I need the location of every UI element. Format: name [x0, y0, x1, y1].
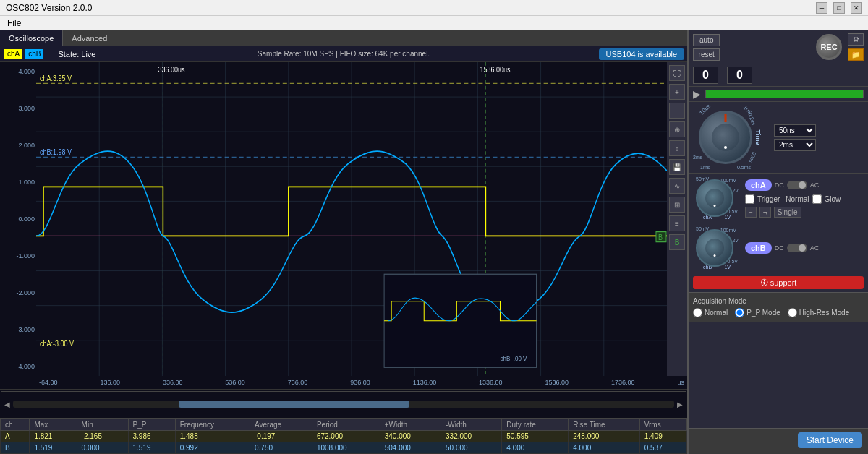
- start-device-button[interactable]: Start Device: [798, 432, 862, 448]
- zoom-out-button[interactable]: −: [669, 103, 685, 119]
- cell-wneg-a: 332.000: [441, 431, 502, 442]
- settings-button[interactable]: ⚙: [848, 33, 864, 46]
- trig-falling-button[interactable]: ¬: [760, 207, 771, 218]
- acq-pp-radio[interactable]: [735, 308, 744, 317]
- svg-text:chA:-3.00 V: chA:-3.00 V: [40, 339, 74, 348]
- y-label: 2.000: [18, 142, 35, 149]
- cell-wpos-a: 340.000: [380, 431, 441, 442]
- reset-button[interactable]: reset: [693, 48, 720, 61]
- save-button[interactable]: 💾: [669, 159, 685, 175]
- time-dropdown-2[interactable]: 2ms: [774, 139, 816, 151]
- cursor-v-button[interactable]: ↕: [669, 140, 685, 156]
- ch-a-coupling-toggle[interactable]: [787, 181, 807, 189]
- col-ch: ch: [1, 419, 30, 431]
- cell-avg-b: 0.750: [250, 442, 312, 454]
- state-text: State: Live: [58, 50, 95, 59]
- cell-max-a: 1.821: [30, 431, 77, 442]
- y-label: -1.000: [16, 252, 35, 260]
- b-marker-button[interactable]: B: [669, 234, 685, 250]
- col-rise: Rise Time: [569, 419, 640, 431]
- y-label: -3.000: [16, 326, 35, 333]
- svg-text:1536.00us: 1536.00us: [480, 65, 510, 74]
- scroll-track[interactable]: [13, 401, 674, 408]
- col-avg: Average: [250, 419, 312, 431]
- ch-a-ac-label: AC: [810, 181, 820, 189]
- meas-display-a: 0: [693, 67, 718, 84]
- trig-rising-button[interactable]: ⌐: [745, 207, 757, 218]
- auto-button[interactable]: auto: [693, 34, 720, 46]
- glow-checkbox[interactable]: [812, 194, 822, 204]
- x-label: 136.00: [100, 379, 120, 386]
- folder-button[interactable]: 📁: [848, 48, 864, 61]
- tab-oscilloscope[interactable]: Oscilloscope: [0, 30, 63, 46]
- scroll-thumb[interactable]: [179, 401, 410, 408]
- trigger-checkbox[interactable]: [745, 194, 754, 204]
- cell-period-b: 1008.000: [312, 442, 380, 454]
- acq-normal[interactable]: Normal: [693, 308, 728, 317]
- tab-bar: Oscilloscope Advanced: [0, 30, 687, 46]
- cell-period-a: 672.000: [312, 431, 380, 442]
- ch-b-dc-label: DC: [775, 244, 784, 252]
- y-label: 4.000: [18, 68, 35, 75]
- table-row: B 1.519 0.000 1.519 0.992 0.750 1008.000…: [1, 442, 687, 454]
- file-menu[interactable]: File: [3, 18, 25, 28]
- time-knob[interactable]: Time: [699, 111, 752, 164]
- table-row: A 1.821 -2.165 3.986 1.488 -0.197 672.00…: [1, 431, 687, 442]
- maximize-button[interactable]: □: [833, 2, 845, 14]
- ch-b-coupling-toggle[interactable]: [787, 244, 807, 252]
- sample-rate-text: Sample Rate: 10M SPS | FIFO size: 64K pe…: [258, 50, 430, 58]
- ch-b-badge[interactable]: chB: [745, 242, 772, 254]
- support-button[interactable]: 🛈 support: [693, 276, 864, 289]
- col-freq: Frequency: [175, 419, 250, 431]
- acq-normal-radio[interactable]: [693, 308, 702, 317]
- time-dropdown-1[interactable]: 50ns: [774, 124, 816, 137]
- svg-text:chA:3.95 V: chA:3.95 V: [40, 74, 72, 82]
- cell-min-b: 0.000: [77, 442, 128, 454]
- x-axis-labels: -64.00 136.00 336.00 536.00 736.00 936.0…: [36, 379, 687, 386]
- acquisition-mode: Acquisiton Mode Normal P_P Mode High-Res…: [689, 292, 868, 322]
- cell-min-a: -2.165: [77, 431, 128, 442]
- info-bar: chA chB State: Live Sample Rate: 10M SPS…: [0, 46, 687, 62]
- rec-label: REC: [820, 43, 837, 51]
- cell-ch-a: A: [1, 431, 30, 442]
- cell-vrms-a: 1.409: [639, 431, 686, 442]
- single-button[interactable]: Single: [774, 207, 801, 218]
- waveform-button[interactable]: ∿: [669, 178, 685, 194]
- svg-text:B: B: [658, 234, 663, 242]
- title-bar: OSC802 Version 2.0.0 ─ □ ✕: [0, 0, 868, 16]
- col-duty: Duty rate: [502, 419, 569, 431]
- svg-text:chB:1.98 V: chB:1.98 V: [40, 147, 72, 156]
- zoom-fit-button[interactable]: ⛶: [669, 65, 685, 81]
- cell-freq-b: 0.992: [175, 442, 250, 454]
- minimize-button[interactable]: ─: [816, 2, 827, 14]
- x-label: 1136.00: [413, 379, 437, 386]
- x-axis: -64.00 136.00 336.00 536.00 736.00 936.0…: [0, 376, 687, 389]
- acq-highres[interactable]: High-Res Mode: [788, 308, 849, 317]
- play-button[interactable]: ▶: [693, 88, 701, 100]
- ch-b-knob[interactable]: [696, 229, 733, 267]
- ch-a-badge[interactable]: chA: [745, 179, 772, 191]
- zoom-in-button[interactable]: +: [669, 84, 685, 100]
- cell-duty-b: 4.000: [502, 442, 569, 454]
- ch-a-knob[interactable]: [696, 179, 733, 217]
- acq-pp[interactable]: P_P Mode: [735, 308, 780, 317]
- glow-label: Glow: [825, 195, 841, 203]
- progress-fill: [706, 90, 863, 98]
- data-table: ch Max Min P_P Frequency Average Period …: [0, 418, 687, 454]
- tab-advanced[interactable]: Advanced: [63, 30, 116, 46]
- acq-radio-row: Normal P_P Mode High-Res Mode: [693, 308, 864, 317]
- acq-highres-radio[interactable]: [788, 308, 797, 317]
- measure-button[interactable]: ≡: [669, 215, 685, 231]
- rec-button[interactable]: REC: [816, 34, 842, 60]
- cell-wpos-b: 504.000: [380, 442, 441, 454]
- ch-b-ac-label: AC: [810, 244, 820, 252]
- ch-a-dc-label: DC: [775, 181, 784, 189]
- cursor-h-button[interactable]: ⊕: [669, 121, 685, 137]
- x-label: -64.00: [39, 379, 58, 386]
- close-button[interactable]: ✕: [851, 2, 862, 14]
- x-label: 1336.00: [479, 379, 503, 386]
- col-period: Period: [312, 419, 380, 431]
- scope-canvas[interactable]: chA:3.95 V chB:1.98 V chA:-3.00 V 336.00…: [36, 62, 667, 376]
- normal-label: Normal: [786, 195, 809, 203]
- grid-button[interactable]: ⊞: [669, 197, 685, 213]
